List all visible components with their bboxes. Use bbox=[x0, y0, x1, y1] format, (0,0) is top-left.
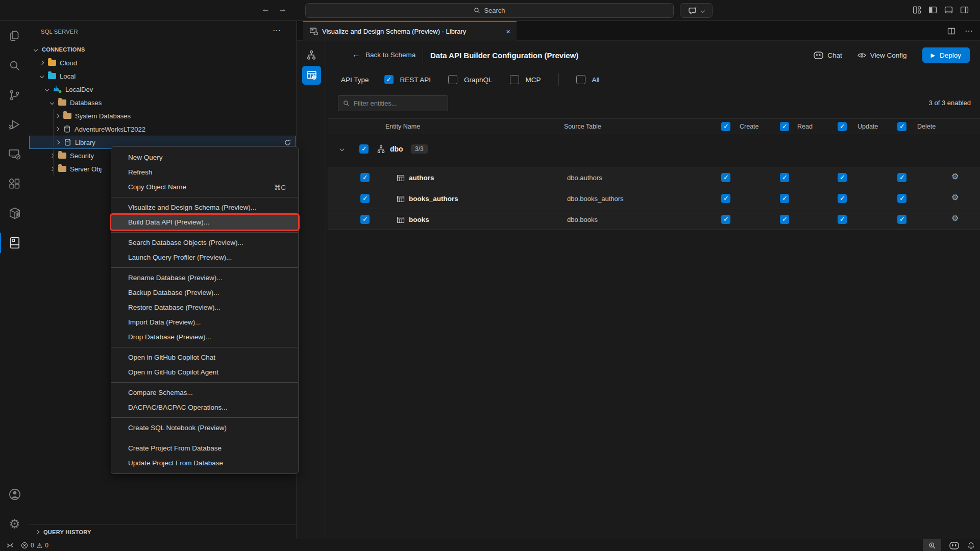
refresh-icon[interactable] bbox=[284, 139, 291, 146]
read-checkbox[interactable] bbox=[780, 194, 789, 203]
editor-more-actions-icon[interactable]: ⋯ bbox=[965, 26, 973, 36]
filter-entities-field[interactable] bbox=[354, 99, 435, 107]
mcp-option[interactable]: MCP bbox=[510, 75, 541, 84]
menu-build-data-api[interactable]: Build Data API (Preview)... bbox=[111, 215, 298, 230]
schema-diagram-tool[interactable] bbox=[302, 47, 321, 63]
back-to-schema-button[interactable]: ← Back to Schema bbox=[352, 50, 415, 59]
tree-item-adventureworks[interactable]: AdventureWorksLT2022 bbox=[29, 122, 296, 136]
menu-create-project[interactable]: Create Project From Database bbox=[111, 441, 298, 456]
row-checkbox[interactable] bbox=[360, 215, 370, 224]
customize-layout-icon[interactable] bbox=[913, 6, 921, 14]
all-option[interactable]: All bbox=[576, 75, 600, 84]
query-history-section[interactable]: QUERY HISTORY bbox=[29, 524, 296, 539]
menu-backup-database[interactable]: Backup Database (Preview)... bbox=[111, 285, 298, 300]
row-checkbox[interactable] bbox=[360, 194, 370, 203]
menu-rename-database[interactable]: Rename Database (Preview)... bbox=[111, 270, 298, 285]
data-api-builder-tool[interactable] bbox=[302, 66, 321, 85]
tree-item-system-databases[interactable]: System Databases bbox=[29, 109, 296, 122]
graphql-checkbox[interactable] bbox=[448, 75, 457, 84]
menu-create-sql-notebook[interactable]: Create SQL Notebook (Preview) bbox=[111, 420, 298, 435]
read-checkbox[interactable] bbox=[780, 215, 789, 224]
menu-refresh[interactable]: Refresh bbox=[111, 165, 298, 180]
delete-checkbox[interactable] bbox=[897, 215, 906, 224]
tab-visualize-design-schema[interactable]: Visualize and Design Schema (Preview) - … bbox=[303, 21, 517, 41]
copilot-menu-button[interactable] bbox=[680, 3, 713, 18]
nav-back-icon[interactable]: ← bbox=[261, 4, 270, 14]
menu-visualize-design-schema[interactable]: Visualize and Design Schema (Preview)... bbox=[111, 200, 298, 215]
notifications-bell-icon[interactable] bbox=[967, 542, 975, 549]
activity-sql-server[interactable] bbox=[0, 228, 29, 258]
activity-search[interactable] bbox=[0, 51, 29, 80]
menu-drop-database[interactable]: Drop Database (Preview)... bbox=[111, 330, 298, 344]
activity-containers[interactable] bbox=[0, 198, 29, 228]
delete-checkbox[interactable] bbox=[897, 194, 906, 203]
toggle-panel-icon[interactable] bbox=[944, 6, 953, 14]
problems-indicator[interactable]: 0 ⚠ 0 bbox=[21, 542, 48, 549]
menu-dacpac-bacpac[interactable]: DACPAC/BACPAC Operations... bbox=[111, 400, 298, 415]
menu-launch-query-profiler[interactable]: Launch Query Profiler (Preview)... bbox=[111, 250, 298, 265]
copilot-status-icon[interactable] bbox=[949, 542, 959, 549]
entity-row-authors[interactable]: authors dbo.authors ⚙ bbox=[328, 167, 980, 188]
toggle-secondary-sidebar-icon[interactable] bbox=[960, 6, 969, 14]
command-center-search[interactable]: Search bbox=[305, 3, 674, 18]
read-checkbox[interactable] bbox=[780, 173, 789, 182]
menu-update-project[interactable]: Update Project From Database bbox=[111, 456, 298, 470]
menu-import-data[interactable]: Import Data (Preview)... bbox=[111, 315, 298, 330]
tree-item-localdev[interactable]: LocalDev bbox=[29, 83, 296, 96]
update-checkbox[interactable] bbox=[838, 194, 847, 203]
menu-copy-object-name[interactable]: Copy Object Name⌘C bbox=[111, 180, 298, 194]
view-config-button[interactable]: View Config bbox=[857, 52, 907, 59]
chat-button[interactable]: Chat bbox=[814, 52, 842, 59]
entity-row-books-authors[interactable]: books_authors dbo.books_authors ⚙ bbox=[328, 188, 980, 209]
mcp-checkbox[interactable] bbox=[510, 75, 519, 84]
entity-row-books[interactable]: books dbo.books ⚙ bbox=[328, 209, 980, 230]
activity-run-debug[interactable] bbox=[0, 110, 29, 139]
menu-new-query[interactable]: New Query bbox=[111, 150, 298, 165]
chevron-down-icon[interactable] bbox=[340, 147, 344, 151]
tree-item-local[interactable]: Local bbox=[29, 69, 296, 83]
delete-checkbox[interactable] bbox=[897, 173, 906, 182]
update-checkbox[interactable] bbox=[838, 173, 847, 182]
close-icon[interactable]: × bbox=[506, 27, 510, 36]
toggle-primary-sidebar-icon[interactable] bbox=[928, 6, 937, 14]
activity-explorer[interactable] bbox=[0, 21, 29, 51]
tree-item-databases[interactable]: Databases bbox=[29, 96, 296, 109]
read-all-checkbox[interactable] bbox=[780, 122, 789, 131]
update-checkbox[interactable] bbox=[838, 215, 847, 224]
menu-search-database-objects[interactable]: Search Database Objects (Preview)... bbox=[111, 235, 298, 250]
activity-settings[interactable]: ⚙ bbox=[0, 509, 29, 539]
filter-entities-input[interactable] bbox=[338, 95, 448, 111]
create-checkbox[interactable] bbox=[721, 173, 730, 182]
create-checkbox[interactable] bbox=[721, 215, 730, 224]
row-settings-gear-icon[interactable]: ⚙ bbox=[951, 214, 959, 222]
group-checkbox[interactable] bbox=[359, 144, 369, 154]
deploy-button[interactable]: ▶ Deploy bbox=[922, 47, 970, 63]
row-settings-gear-icon[interactable]: ⚙ bbox=[951, 172, 959, 181]
menu-compare-schemas[interactable]: Compare Schemas... bbox=[111, 385, 298, 400]
delete-all-checkbox[interactable] bbox=[897, 122, 906, 131]
nav-forward-icon[interactable]: → bbox=[278, 4, 287, 14]
remote-indicator-icon[interactable] bbox=[6, 542, 14, 549]
activity-remote-explorer[interactable] bbox=[0, 139, 29, 169]
rest-api-checkbox[interactable] bbox=[384, 75, 394, 84]
update-all-checkbox[interactable] bbox=[838, 122, 847, 131]
create-all-checkbox[interactable] bbox=[721, 122, 730, 131]
all-checkbox[interactable] bbox=[576, 75, 585, 84]
activity-extensions[interactable] bbox=[0, 169, 29, 198]
menu-open-copilot-agent[interactable]: Open in GitHub Copilot Agent bbox=[111, 365, 298, 380]
more-actions-icon[interactable]: ⋯ bbox=[273, 26, 281, 35]
menu-restore-database[interactable]: Restore Database (Preview)... bbox=[111, 300, 298, 315]
create-checkbox[interactable] bbox=[721, 194, 730, 203]
row-checkbox[interactable] bbox=[360, 173, 370, 182]
split-editor-icon[interactable] bbox=[947, 27, 955, 35]
graphql-option[interactable]: GraphQL bbox=[448, 75, 493, 84]
rest-api-option[interactable]: REST API bbox=[384, 75, 431, 84]
menu-open-copilot-chat[interactable]: Open in GitHub Copilot Chat bbox=[111, 350, 298, 365]
tree-section-connections[interactable]: CONNECTIONS bbox=[29, 43, 296, 56]
tree-item-cloud[interactable]: Cloud bbox=[29, 56, 296, 69]
zoom-button[interactable] bbox=[923, 539, 941, 551]
activity-source-control[interactable] bbox=[0, 80, 29, 110]
activity-account[interactable] bbox=[0, 480, 29, 509]
row-settings-gear-icon[interactable]: ⚙ bbox=[951, 193, 959, 202]
schema-group-row[interactable]: dbo 3/3 bbox=[328, 134, 980, 167]
